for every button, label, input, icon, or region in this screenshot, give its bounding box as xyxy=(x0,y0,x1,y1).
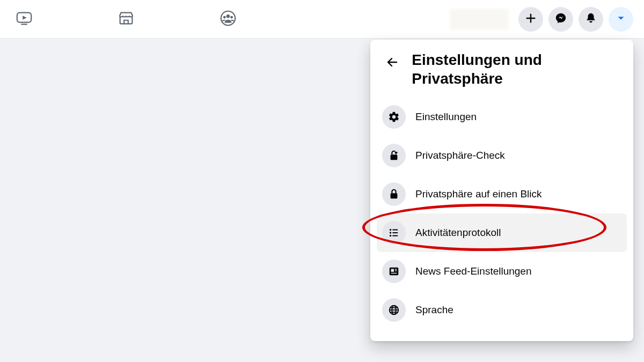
menu-item-privacy-shortcuts[interactable]: Privatsphäre auf einen Blick xyxy=(377,175,627,213)
nav-tabs xyxy=(13,9,239,30)
menu-item-settings[interactable]: Einstellungen xyxy=(377,98,627,136)
svg-point-5 xyxy=(230,16,233,18)
gear-icon xyxy=(382,105,406,129)
create-button[interactable] xyxy=(518,7,543,32)
svg-point-13 xyxy=(390,232,391,233)
menu-label: Aktivitätenprotokoll xyxy=(415,227,501,239)
svg-rect-21 xyxy=(391,273,397,274)
svg-point-11 xyxy=(390,229,391,231)
svg-rect-16 xyxy=(392,235,398,236)
bell-icon xyxy=(585,12,597,26)
panel-header: Einstellungen und Privatsphäre xyxy=(377,47,627,98)
svg-rect-19 xyxy=(395,269,397,269)
profile-area[interactable] xyxy=(450,9,509,30)
messenger-icon xyxy=(555,12,567,26)
menu-label: Privatsphäre auf einen Blick xyxy=(415,188,542,200)
topbar-right xyxy=(450,7,633,32)
nav-marketplace[interactable] xyxy=(115,9,137,30)
nav-groups[interactable] xyxy=(217,9,239,30)
watch-icon xyxy=(15,9,33,29)
menu-item-language[interactable]: Sprache xyxy=(377,291,627,329)
lock-icon xyxy=(382,182,406,206)
messenger-button[interactable] xyxy=(548,7,573,32)
svg-point-3 xyxy=(226,14,230,18)
notifications-button[interactable] xyxy=(579,7,603,32)
globe-icon xyxy=(382,298,406,322)
menu-list: Einstellungen Privatsphäre-Check Privats… xyxy=(377,98,627,329)
lock-heart-icon xyxy=(382,144,406,167)
panel-title: Einstellungen und Privatsphäre xyxy=(412,50,621,88)
newsfeed-icon xyxy=(382,260,406,283)
svg-rect-20 xyxy=(395,270,397,271)
plus-icon xyxy=(525,12,537,26)
marketplace-icon xyxy=(117,9,135,29)
svg-point-2 xyxy=(221,11,235,25)
settings-privacy-panel: Einstellungen und Privatsphäre Einstellu… xyxy=(370,40,633,341)
topbar xyxy=(0,0,644,39)
caret-down-icon xyxy=(615,12,627,26)
svg-rect-10 xyxy=(391,193,398,198)
list-icon xyxy=(382,221,406,245)
svg-rect-14 xyxy=(392,232,398,233)
svg-point-4 xyxy=(223,16,226,18)
menu-label: Privatsphäre-Check xyxy=(415,150,505,161)
menu-label: Sprache xyxy=(415,304,453,316)
back-button[interactable] xyxy=(382,53,402,74)
svg-rect-12 xyxy=(392,229,398,230)
arrow-left-icon xyxy=(386,56,399,71)
account-menu-button[interactable] xyxy=(609,7,633,32)
menu-label: Einstellungen xyxy=(415,111,477,123)
menu-item-activity-log[interactable]: Aktivitätenprotokoll xyxy=(377,213,627,252)
svg-point-15 xyxy=(390,235,391,237)
svg-rect-18 xyxy=(391,269,394,272)
menu-label: News Feed-Einstellungen xyxy=(415,265,532,277)
svg-rect-9 xyxy=(391,154,398,160)
groups-icon xyxy=(219,9,237,29)
menu-item-newsfeed-settings[interactable]: News Feed-Einstellungen xyxy=(377,252,627,291)
nav-watch[interactable] xyxy=(13,9,35,30)
menu-item-privacy-check[interactable]: Privatsphäre-Check xyxy=(377,136,627,175)
